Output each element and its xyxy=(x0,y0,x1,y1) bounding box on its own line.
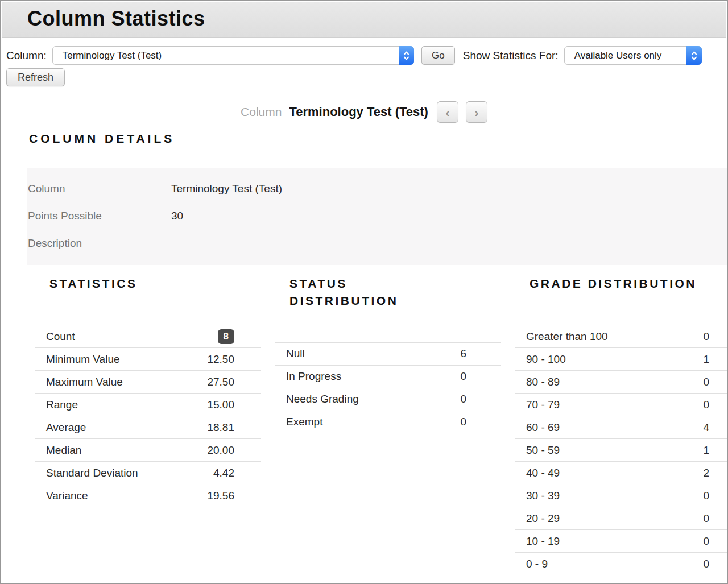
column-select[interactable]: Terminology Test (Test) xyxy=(52,46,414,65)
stat-value: 19.56 xyxy=(207,490,234,502)
distribution-section: STATISTICS Count 8 Minimum Value 12.50 M… xyxy=(35,270,727,584)
stat-label: Range xyxy=(46,399,78,411)
chevron-right-icon: › xyxy=(474,106,478,118)
grade-count-value: 0 xyxy=(703,558,709,570)
grade-count-value: 2 xyxy=(703,467,709,479)
grade-range-label: 20 - 29 xyxy=(526,512,560,525)
column-select-value: Terminology Test (Test) xyxy=(63,50,162,61)
details-value: Terminology Test (Test) xyxy=(171,183,282,195)
previous-column-button[interactable]: ‹ xyxy=(437,101,458,123)
status-value: 0 xyxy=(460,370,466,383)
status-label: Needs Grading xyxy=(286,393,359,405)
table-row: 0 - 9 0 xyxy=(515,552,728,575)
stat-label: Count xyxy=(46,330,75,343)
details-row-column: Column Terminology Test (Test) xyxy=(27,175,727,202)
details-value: 30 xyxy=(171,210,183,222)
toolbar: Column: Terminology Test (Test) Go Show … xyxy=(1,38,727,65)
stat-value: 15.00 xyxy=(207,399,234,411)
grade-range-label: 70 - 79 xyxy=(526,399,560,411)
grade-range-label: 10 - 19 xyxy=(526,535,560,548)
stat-label: Minimum Value xyxy=(46,353,120,366)
column-details-block: Column Terminology Test (Test) Points Po… xyxy=(27,168,727,265)
show-statistics-select[interactable]: Available Users only xyxy=(564,46,702,65)
grade-count-value: 0 xyxy=(703,490,709,502)
grade-distribution-panel: GRADE DISTRIBUTION Greater than 100 0 90… xyxy=(515,270,728,584)
grade-distribution-table: Greater than 100 0 90 - 100 1 80 - 89 0 … xyxy=(515,325,728,584)
grade-count-value: 0 xyxy=(703,512,709,525)
table-row: 20 - 29 0 xyxy=(515,507,728,529)
grade-count-value: 0 xyxy=(703,376,709,388)
column-nav: Column Terminology Test (Test) ‹ › xyxy=(1,101,727,123)
grade-count-value: 0 xyxy=(703,581,709,584)
grade-count-value: 4 xyxy=(703,421,709,434)
stat-label: Average xyxy=(46,421,86,434)
stat-value: 27.50 xyxy=(207,376,234,388)
statistics-table: Count 8 Minimum Value 12.50 Maximum Valu… xyxy=(35,325,261,507)
page-title: Column Statistics xyxy=(27,7,726,31)
grade-count-value: 1 xyxy=(703,444,709,457)
details-label: Points Possible xyxy=(27,210,171,222)
status-distribution-panel: STATUS DISTRIBUTION Null 6 In Progress 0… xyxy=(275,270,501,584)
status-value: 0 xyxy=(460,416,466,428)
grade-count-value: 1 xyxy=(703,353,709,366)
go-button[interactable]: Go xyxy=(421,46,455,65)
stat-value: 4.42 xyxy=(213,467,234,479)
chevron-up-down-icon xyxy=(399,46,414,65)
table-row: Needs Grading 0 xyxy=(275,388,501,411)
stat-label: Standard Deviation xyxy=(46,467,138,479)
table-row: In Progress 0 xyxy=(275,365,501,388)
show-statistics-label: Show Statistics For: xyxy=(463,49,559,62)
grade-range-label: 40 - 49 xyxy=(526,467,560,479)
statistics-panel: STATISTICS Count 8 Minimum Value 12.50 M… xyxy=(35,270,261,584)
grade-range-label: 30 - 39 xyxy=(526,490,560,502)
stat-value: 20.00 xyxy=(207,444,234,457)
column-statistics-page: Column Statistics Column: Terminology Te… xyxy=(0,0,728,584)
table-row: 30 - 39 0 xyxy=(515,484,728,507)
table-row: Median 20.00 xyxy=(35,438,261,461)
status-distribution-heading: STATUS DISTRIBUTION xyxy=(275,275,440,310)
refresh-button[interactable]: Refresh xyxy=(6,68,65,86)
stat-label: Variance xyxy=(46,490,88,502)
status-distribution-table: Null 6 In Progress 0 Needs Grading 0 Exe… xyxy=(275,342,501,433)
status-label: In Progress xyxy=(286,370,341,383)
table-row: Variance 19.56 xyxy=(35,484,261,507)
table-row: Range 15.00 xyxy=(35,393,261,416)
column-nav-name: Terminology Test (Test) xyxy=(289,105,428,119)
details-label: Description xyxy=(27,237,171,250)
page-header: Column Statistics xyxy=(2,2,726,38)
status-label: Null xyxy=(286,347,305,360)
column-nav-prefix: Column xyxy=(241,105,282,119)
grade-range-label: 90 - 100 xyxy=(526,353,566,366)
next-column-button[interactable]: › xyxy=(466,101,487,123)
status-label: Exempt xyxy=(286,416,322,428)
chevron-up-down-icon xyxy=(686,46,702,65)
table-row: 50 - 59 1 xyxy=(515,438,728,461)
refresh-row: Refresh xyxy=(1,65,727,86)
status-value: 6 xyxy=(460,347,466,360)
stat-value: 12.50 xyxy=(207,353,234,366)
table-row: Greater than 100 0 xyxy=(515,325,728,347)
chevron-left-icon: ‹ xyxy=(445,106,449,118)
grade-range-label: Greater than 100 xyxy=(526,330,608,343)
table-row: Average 18.81 xyxy=(35,416,261,438)
grade-range-label: 60 - 69 xyxy=(526,421,560,434)
stat-label: Median xyxy=(46,444,81,457)
grade-count-value: 0 xyxy=(703,535,709,548)
column-details-heading: COLUMN DETAILS xyxy=(29,132,727,146)
table-row: 10 - 19 0 xyxy=(515,529,728,552)
table-row: Maximum Value 27.50 xyxy=(35,370,261,393)
grade-range-label: 80 - 89 xyxy=(526,376,560,388)
table-row: 70 - 79 0 xyxy=(515,393,728,416)
table-row: Count 8 xyxy=(35,325,261,347)
details-row-description: Description xyxy=(27,230,727,257)
details-label: Column xyxy=(27,183,171,195)
table-row: 90 - 100 1 xyxy=(515,347,728,370)
grade-range-label: 50 - 59 xyxy=(526,444,560,457)
grade-range-label: Less than 0 xyxy=(526,581,582,584)
grade-range-label: 0 - 9 xyxy=(526,558,548,570)
details-row-points-possible: Points Possible 30 xyxy=(27,202,727,230)
table-row: Exempt 0 xyxy=(275,411,501,433)
grade-count-value: 0 xyxy=(703,330,709,343)
statistics-heading: STATISTICS xyxy=(35,275,261,292)
grade-distribution-heading: GRADE DISTRIBUTION xyxy=(515,275,728,292)
